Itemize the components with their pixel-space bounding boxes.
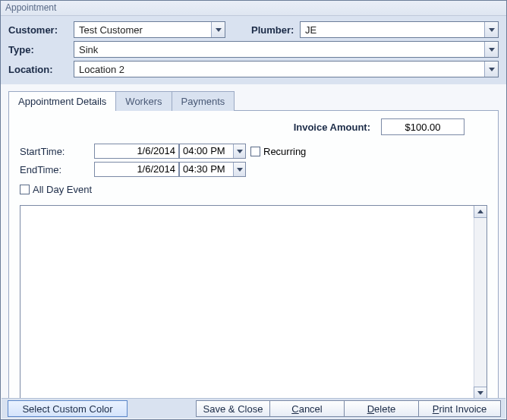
chevron-down-icon[interactable] [484,62,498,77]
type-value: Sink [74,44,484,55]
notes-textarea[interactable] [20,205,487,399]
location-value: Location 2 [74,64,484,75]
location-label: Location: [8,64,69,75]
save-close-button[interactable]: Save & Close [196,400,270,417]
start-date-input[interactable]: 1/6/2014 [94,144,179,159]
appointment-window: Appointment Customer: Test Customer Plum… [0,0,507,420]
select-color-button[interactable]: Select Custom Color [8,400,128,417]
notes-scrollbar[interactable] [474,206,487,399]
end-time-value: 04:30 PM [180,163,233,176]
header-panel: Customer: Test Customer Plumber: JE Type… [1,16,506,84]
recurring-label: Recurring [263,146,306,157]
type-label: Type: [8,44,69,55]
cancel-button[interactable]: Cancel [270,400,345,417]
tab-workers[interactable]: Workers [116,91,172,111]
scroll-up-icon[interactable] [474,205,487,218]
end-label: EndTime: [20,164,94,175]
chevron-down-icon[interactable] [233,163,245,176]
invoice-amount-input[interactable] [381,118,464,135]
plumber-value: JE [301,24,484,36]
bottom-toolbar: Select Custom Color Save & Close Cancel … [2,398,505,418]
invoice-label: Invoice Amount: [294,122,370,133]
location-combo[interactable]: Location 2 [74,61,499,77]
customer-value: Test Customer [74,24,211,36]
start-time-combo[interactable]: 04:00 PM [179,144,246,159]
tab-strip: Appointment Details Workers Payments [8,91,499,111]
end-time-combo[interactable]: 04:30 PM [179,162,246,177]
start-label: StartTime: [20,146,94,157]
chevron-down-icon[interactable] [233,144,245,158]
window-title: Appointment [1,1,506,16]
delete-button[interactable]: Delete [345,400,419,417]
plumber-combo[interactable]: JE [300,21,499,38]
tab-payments[interactable]: Payments [172,91,235,111]
allday-label: All Day Event [33,184,92,195]
details-panel: Invoice Amount: StartTime: 1/6/2014 04:0… [8,110,499,408]
tabs-container: Appointment Details Workers Payments Inv… [1,84,506,408]
notes-content [20,206,473,399]
customer-label: Customer: [8,24,69,36]
plumber-label: Plumber: [247,24,295,36]
allday-checkbox[interactable] [20,185,30,194]
type-combo[interactable]: Sink [74,41,499,58]
recurring-checkbox[interactable] [250,147,260,156]
customer-combo[interactable]: Test Customer [74,21,225,38]
end-date-input[interactable]: 1/6/2014 [94,162,179,177]
chevron-down-icon[interactable] [484,42,498,57]
chevron-down-icon[interactable] [484,22,498,37]
start-time-value: 04:00 PM [180,144,233,158]
print-invoice-button[interactable]: Print Invoice [419,400,501,417]
chevron-down-icon[interactable] [211,22,225,37]
tab-details[interactable]: Appointment Details [8,91,116,111]
